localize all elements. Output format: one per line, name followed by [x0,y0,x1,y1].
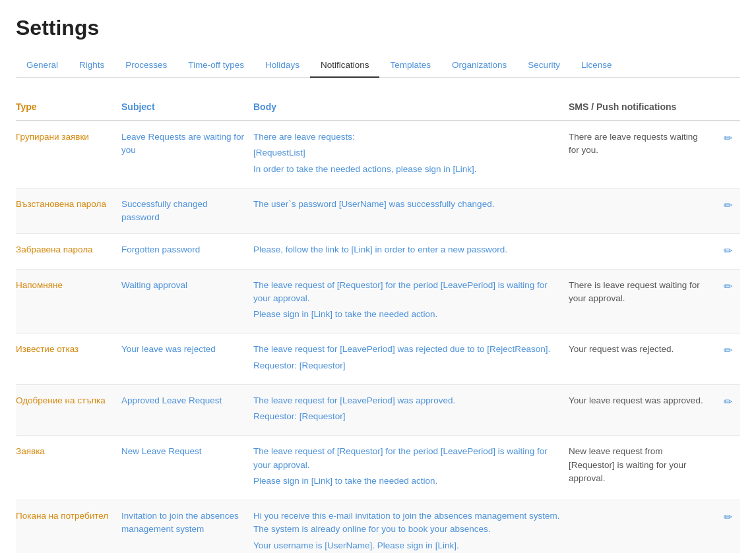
edit-button[interactable]: ✏ [724,243,732,259]
tab-organizations[interactable]: Organizations [441,53,517,78]
cell-action: ✏ [714,234,740,269]
col-header-subject: Subject [121,94,253,121]
cell-type: Заявка [16,436,121,500]
table-row: Известие отказ Your leave was rejected T… [16,334,740,385]
table-row: Одобрение на стъпка Approved Leave Reque… [16,384,740,436]
edit-button[interactable]: ✏ [724,131,732,146]
tab-templates[interactable]: Templates [379,53,441,78]
cell-sms [569,188,714,234]
cell-action: ✏ [714,188,740,234]
cell-sms: There are leave requests waiting for you… [569,121,714,188]
cell-subject: Forgotten password [121,234,253,269]
tab-processes[interactable]: Processes [115,53,177,78]
cell-sms: New leave request from [Requestor] is wa… [569,436,714,500]
tab-security[interactable]: Security [517,53,571,78]
cell-sms: There is leave request waiting for your … [569,269,714,334]
col-header-sms: SMS / Push notifications [569,94,714,121]
cell-body: Hi you receive this e-mail invitation to… [253,500,569,554]
cell-action: ✏ [714,334,740,385]
edit-button[interactable]: ✏ [724,394,732,410]
cell-action: ✏ [714,269,740,334]
tab-notifications[interactable]: Notifications [310,53,380,78]
cell-action: ✏ [714,121,740,188]
cell-body: The leave request of [Requestor] for the… [253,436,569,500]
cell-body: The user`s password [UserName] was succe… [253,188,569,234]
col-header-action [714,94,740,121]
cell-sms [569,500,714,554]
cell-sms: Your leave request was approved. [569,384,714,436]
table-row: Забравена парола Forgotten password Plea… [16,234,740,269]
cell-body: There are leave requests:[RequestList]In… [253,121,569,188]
edit-button[interactable]: ✏ [724,509,732,525]
cell-body: Please, follow the link to [Link] in ord… [253,234,569,269]
cell-subject: Successfully changed password [121,188,253,234]
cell-sms [569,234,714,269]
cell-subject: Leave Requests are waiting for you [121,121,253,188]
cell-action [714,436,740,500]
cell-subject: Invitation to join the absences manageme… [121,500,253,554]
table-row: Заявка New Leave Request The leave reque… [16,436,740,500]
table-row: Напомняне Waiting approval The leave req… [16,269,740,334]
col-header-body: Body [253,94,569,121]
settings-page: Settings GeneralRightsProcessesTime-off … [0,0,756,553]
tabs-nav: GeneralRightsProcessesTime-off typesHoli… [16,53,740,78]
tab-time-off-types[interactable]: Time-off types [177,53,255,78]
notifications-table: Type Subject Body SMS / Push notificatio… [16,94,740,553]
edit-button[interactable]: ✏ [724,343,732,359]
cell-subject: Approved Leave Request [121,384,253,436]
cell-type: Възстановена парола [16,188,121,234]
cell-body: The leave request of [Requestor] for the… [253,269,569,334]
tab-license[interactable]: License [571,53,623,78]
page-title: Settings [16,16,740,40]
tab-rights[interactable]: Rights [69,53,115,78]
col-header-type: Type [16,94,121,121]
tab-holidays[interactable]: Holidays [255,53,310,78]
tab-general[interactable]: General [16,53,69,78]
cell-subject: Waiting approval [121,269,253,334]
cell-body: The leave request for [LeavePeriod] was … [253,384,569,436]
table-row: Покана на потребител Invitation to join … [16,500,740,554]
cell-type: Известие отказ [16,334,121,385]
cell-type: Одобрение на стъпка [16,384,121,436]
cell-action: ✏ [714,384,740,436]
cell-body: The leave request for [LeavePeriod] was … [253,334,569,385]
cell-subject: New Leave Request [121,436,253,500]
edit-button[interactable]: ✏ [724,279,732,295]
table-row: Възстановена парола Successfully changed… [16,188,740,234]
cell-sms: Your request was rejected. [569,334,714,385]
edit-button[interactable]: ✏ [724,198,732,214]
cell-subject: Your leave was rejected [121,334,253,385]
cell-type: Напомняне [16,269,121,334]
cell-type: Покана на потребител [16,500,121,554]
cell-action: ✏ [714,500,740,554]
table-row: Групирани заявки Leave Requests are wait… [16,121,740,188]
cell-type: Групирани заявки [16,121,121,188]
cell-type: Забравена парола [16,234,121,269]
